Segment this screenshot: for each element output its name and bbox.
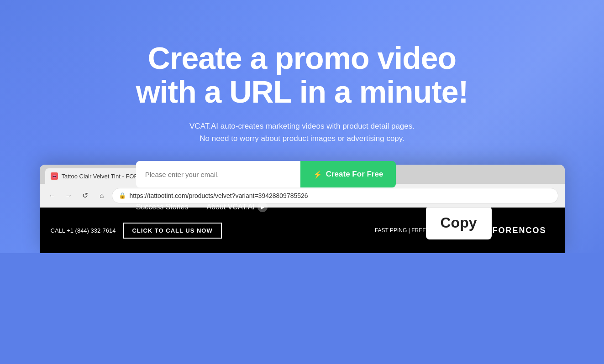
website-content: CALL +1 (844) 332-7614 CLICK TO CALL US …: [40, 208, 565, 253]
forward-button[interactable]: →: [63, 189, 75, 202]
click-to-call-label: CLICK TO CALL US NOW: [132, 227, 212, 234]
favicon-emoji: 👄: [52, 174, 57, 179]
hero-subtitle-line1: VCAT.AI auto-creates marketing videos wi…: [189, 122, 415, 130]
copy-tooltip[interactable]: Copy: [426, 208, 492, 239]
create-btn-label: Create For Free: [326, 170, 383, 179]
hero-form: ⚡ Create For Free: [136, 161, 468, 187]
hero-title-line1: Create a promo video: [148, 41, 456, 75]
tab-favicon: 👄: [51, 172, 58, 180]
fast-text: FAST: [375, 227, 389, 234]
home-button[interactable]: ⌂: [95, 189, 108, 202]
bolt-icon: ⚡: [313, 170, 322, 179]
click-to-call-button[interactable]: CLICK TO CALL US NOW: [123, 223, 221, 239]
hero-section: Create a promo video with a URL in a min…: [0, 0, 604, 253]
hero-content: Create a promo video with a URL in a min…: [136, 41, 468, 213]
email-input[interactable]: [136, 161, 300, 187]
back-button[interactable]: ←: [46, 189, 59, 202]
tab-title: Tattoo Clair Velvet Tint - FOREN: [62, 173, 147, 180]
hero-title: Create a promo video with a URL in a min…: [136, 41, 468, 109]
success-stories-link[interactable]: Success Stories: [136, 203, 189, 211]
play-icon: ▶: [257, 202, 268, 212]
about-vcat-link[interactable]: About VCAT.AI ▶: [206, 202, 268, 212]
brand-name: FORENCOS: [492, 226, 546, 235]
refresh-button[interactable]: ↺: [79, 189, 92, 202]
about-vcat-label: About VCAT.AI: [206, 203, 255, 211]
hero-links: Success Stories About VCAT.AI ▶: [136, 202, 468, 212]
success-stories-label: Success Stories: [136, 203, 189, 211]
hero-title-line2: with a URL in a minute!: [136, 74, 468, 109]
lock-icon: 🔒: [119, 192, 126, 199]
call-section: CALL +1 (844) 332-7614 CLICK TO CALL US …: [51, 223, 222, 239]
hero-subtitle-line2: No need to worry about product images or…: [200, 134, 404, 143]
copy-tooltip-label: Copy: [441, 214, 477, 231]
hero-subtitle: VCAT.AI auto-creates marketing videos wi…: [136, 120, 468, 145]
create-for-free-button[interactable]: ⚡ Create For Free: [300, 161, 396, 187]
call-number: CALL +1 (844) 332-7614: [51, 227, 116, 234]
